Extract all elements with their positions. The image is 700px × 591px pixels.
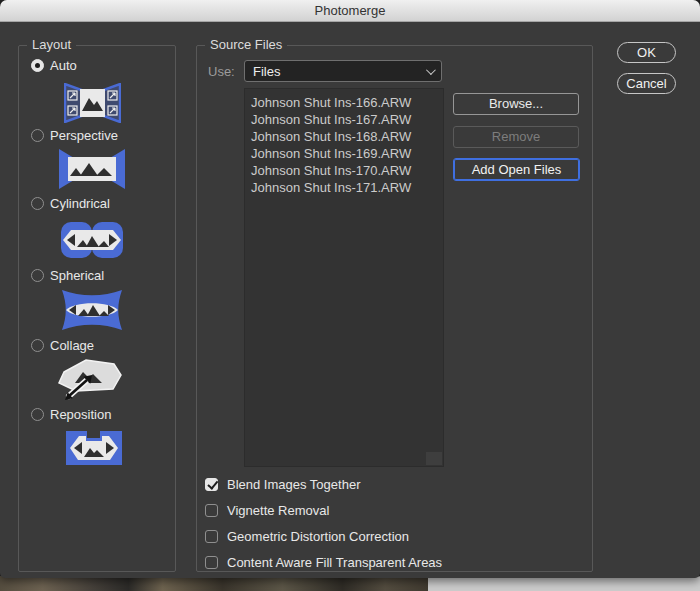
auto-layout-icon bbox=[64, 83, 121, 123]
radio-perspective[interactable] bbox=[31, 129, 44, 142]
checkbox-row-content-aware-fill[interactable]: Content Aware Fill Transparent Areas bbox=[205, 554, 442, 570]
checkbox-row-geometric-distortion[interactable]: Geometric Distortion Correction bbox=[205, 528, 409, 544]
dialog-titlebar[interactable]: Photomerge bbox=[0, 0, 700, 22]
layout-option-label: Perspective bbox=[50, 128, 118, 143]
dialog-title: Photomerge bbox=[315, 3, 386, 18]
layout-option-reposition[interactable]: Reposition bbox=[19, 407, 175, 423]
collage-layout-icon bbox=[56, 356, 123, 403]
layout-group-label: Layout bbox=[27, 37, 76, 52]
layout-option-label: Spherical bbox=[50, 268, 104, 283]
layout-option-label: Collage bbox=[50, 338, 94, 353]
file-list-item[interactable]: Johnson Shut Ins-170.ARW bbox=[251, 162, 443, 179]
radio-spherical[interactable] bbox=[31, 269, 44, 282]
source-files-groupbox: Source Files Use: Files Johnson Shut Ins… bbox=[196, 45, 593, 572]
checkbox-row-blend-images[interactable]: Blend Images Together bbox=[205, 476, 360, 492]
radio-reposition[interactable] bbox=[31, 408, 44, 421]
perspective-layout-icon bbox=[59, 149, 125, 189]
file-list-item[interactable]: Johnson Shut Ins-171.ARW bbox=[251, 179, 443, 196]
checkbox-label: Content Aware Fill Transparent Areas bbox=[227, 555, 442, 570]
background-app-panel bbox=[428, 576, 700, 591]
blend-images-checkbox[interactable] bbox=[205, 478, 218, 491]
layout-option-collage[interactable]: Collage bbox=[19, 338, 175, 354]
layout-groupbox: Layout Auto Perspective bbox=[18, 45, 176, 572]
chevron-down-icon bbox=[426, 65, 436, 75]
cylindrical-layout-icon bbox=[61, 219, 123, 261]
geometric-distortion-checkbox[interactable] bbox=[205, 530, 218, 543]
source-file-list[interactable]: Johnson Shut Ins-166.ARW Johnson Shut In… bbox=[244, 88, 444, 467]
spherical-layout-icon bbox=[61, 289, 123, 331]
use-dropdown[interactable]: Files bbox=[244, 60, 442, 82]
source-files-group-label: Source Files bbox=[205, 37, 287, 52]
photomerge-dialog-screen: Photomerge Layout Auto bbox=[0, 0, 700, 591]
layout-option-perspective[interactable]: Perspective bbox=[19, 128, 175, 144]
cancel-button[interactable]: Cancel bbox=[617, 73, 676, 94]
content-aware-fill-checkbox[interactable] bbox=[205, 556, 218, 569]
use-label: Use: bbox=[208, 64, 235, 79]
radio-cylindrical[interactable] bbox=[31, 197, 44, 210]
file-list-item[interactable]: Johnson Shut Ins-169.ARW bbox=[251, 145, 443, 162]
use-dropdown-value: Files bbox=[253, 64, 280, 79]
vignette-removal-checkbox[interactable] bbox=[205, 504, 218, 517]
browse-button[interactable]: Browse... bbox=[453, 93, 579, 115]
background-photo-canvas bbox=[0, 576, 428, 591]
reposition-layout-icon bbox=[66, 428, 122, 466]
checkbox-label: Vignette Removal bbox=[227, 503, 329, 518]
ok-button[interactable]: OK bbox=[617, 42, 676, 63]
layout-option-label: Auto bbox=[50, 58, 77, 73]
layout-option-auto[interactable]: Auto bbox=[19, 58, 175, 74]
layout-option-label: Cylindrical bbox=[50, 196, 110, 211]
checkbox-row-vignette-removal[interactable]: Vignette Removal bbox=[205, 502, 329, 518]
add-open-files-button[interactable]: Add Open Files bbox=[453, 158, 580, 181]
photomerge-dialog: Photomerge Layout Auto bbox=[0, 0, 700, 578]
list-scrollbar-corner[interactable] bbox=[426, 452, 442, 465]
checkbox-label: Blend Images Together bbox=[227, 477, 360, 492]
radio-collage[interactable] bbox=[31, 339, 44, 352]
layout-option-cylindrical[interactable]: Cylindrical bbox=[19, 196, 175, 212]
radio-auto[interactable] bbox=[31, 59, 44, 72]
layout-option-label: Reposition bbox=[50, 407, 111, 422]
layout-option-spherical[interactable]: Spherical bbox=[19, 268, 175, 284]
file-list-item[interactable]: Johnson Shut Ins-167.ARW bbox=[251, 111, 443, 128]
remove-button[interactable]: Remove bbox=[453, 126, 579, 148]
file-list-item[interactable]: Johnson Shut Ins-166.ARW bbox=[251, 94, 443, 111]
checkbox-label: Geometric Distortion Correction bbox=[227, 529, 409, 544]
file-list-item[interactable]: Johnson Shut Ins-168.ARW bbox=[251, 128, 443, 145]
